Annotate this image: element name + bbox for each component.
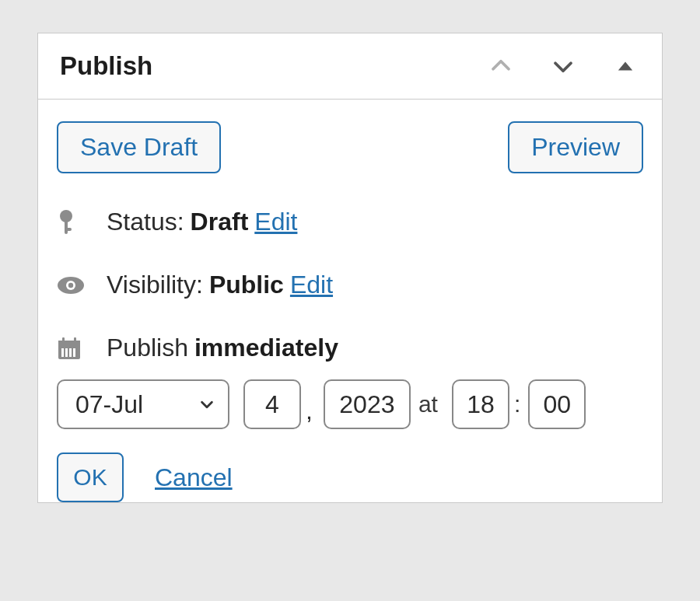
svg-rect-3	[65, 228, 72, 231]
cancel-link[interactable]: Cancel	[155, 463, 233, 492]
publish-time-row: Publish immediately	[57, 334, 643, 362]
svg-rect-9	[62, 337, 65, 343]
eye-icon	[57, 276, 89, 295]
metabox-header: Publish	[38, 33, 662, 100]
calendar-icon	[57, 336, 89, 361]
chevron-down-icon	[198, 396, 215, 413]
actions-row: Save Draft Preview	[57, 121, 643, 173]
ok-button[interactable]: OK	[57, 452, 124, 502]
visibility-value: Public	[209, 271, 284, 299]
visibility-row: Visibility: Public Edit	[57, 271, 643, 299]
year-input[interactable]: 2023	[324, 379, 411, 429]
panel-title: Publish	[60, 51, 457, 81]
status-edit-link[interactable]: Edit	[254, 208, 297, 236]
status-value: Draft	[191, 208, 249, 236]
svg-rect-11	[61, 348, 64, 357]
publish-metabox: Publish Save Draft Preview	[37, 33, 663, 503]
day-input[interactable]: 4	[243, 379, 301, 429]
month-select[interactable]: 07-Jul	[57, 379, 229, 429]
move-down-button[interactable]	[545, 48, 581, 84]
status-row: Status: Draft Edit	[57, 208, 643, 236]
svg-rect-2	[65, 220, 68, 234]
collapse-panel-button[interactable]	[607, 48, 643, 84]
minute-input[interactable]: 00	[528, 379, 586, 429]
schedule-confirm-row: OK Cancel	[57, 452, 643, 502]
separator-comma: ,	[306, 397, 313, 425]
chevron-up-icon	[489, 54, 513, 78]
triangle-up-icon	[617, 58, 634, 75]
visibility-edit-link[interactable]: Edit	[290, 271, 333, 299]
metabox-body: Save Draft Preview Status: Draft Edit	[38, 100, 662, 502]
save-draft-button[interactable]: Save Draft	[57, 121, 221, 173]
publish-time-value: immediately	[194, 334, 338, 362]
move-up-button[interactable]	[483, 48, 519, 84]
visibility-label: Visibility:	[107, 271, 203, 299]
chevron-down-icon	[551, 54, 575, 78]
publish-time-label: Publish	[107, 334, 188, 362]
hour-input[interactable]: 18	[452, 379, 509, 429]
svg-point-6	[68, 282, 73, 287]
preview-button[interactable]: Preview	[508, 121, 643, 173]
svg-marker-0	[618, 62, 632, 71]
schedule-editor: 07-Jul 4 , 2023 at 18 : 00	[57, 379, 643, 429]
month-select-value: 07-Jul	[75, 390, 198, 419]
svg-rect-12	[65, 348, 68, 357]
svg-rect-14	[73, 348, 75, 357]
at-text: at	[418, 391, 438, 418]
key-icon	[57, 209, 89, 236]
separator-colon: :	[514, 391, 520, 418]
status-label: Status:	[107, 208, 184, 236]
svg-rect-13	[69, 348, 72, 357]
svg-rect-8	[58, 341, 80, 346]
svg-rect-10	[74, 337, 76, 343]
